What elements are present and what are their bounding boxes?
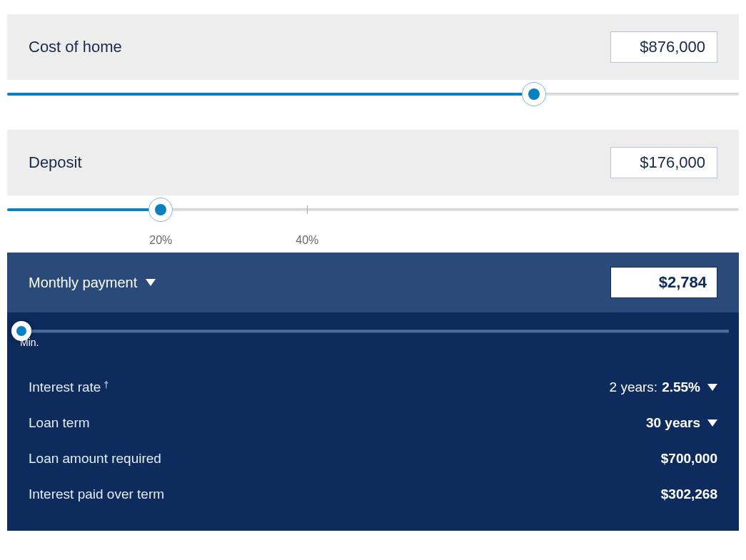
cost-of-home-panel: Cost of home $876,000 <box>7 14 739 80</box>
chevron-down-icon <box>146 279 156 286</box>
monthly-payment-dropdown[interactable]: Monthly payment <box>29 275 156 291</box>
slider-tick <box>307 205 308 214</box>
loan-term-dropdown[interactable]: 30 years <box>646 415 717 431</box>
cost-of-home-label: Cost of home <box>29 38 122 56</box>
loan-amount-label: Loan amount required <box>29 451 161 467</box>
interest-rate-row: Interest rate † 2 years: 2.55% <box>29 370 717 405</box>
slider-handle[interactable] <box>11 321 31 341</box>
interest-paid-value: $302,268 <box>661 487 717 502</box>
chevron-down-icon <box>707 384 717 391</box>
slider-handle[interactable] <box>148 198 173 222</box>
slider-track <box>7 208 739 211</box>
monthly-payment-label: Monthly payment <box>29 275 137 291</box>
slider-handle[interactable] <box>522 82 546 106</box>
loan-term-label: Loan term <box>29 415 90 431</box>
interest-rate-dropdown[interactable]: 2 years: 2.55% <box>610 380 717 395</box>
interest-rate-value: 2.55% <box>662 380 700 395</box>
slider-handle-dot <box>528 88 540 100</box>
interest-rate-label: Interest rate † <box>29 380 109 395</box>
tick-label-40: 40% <box>296 234 318 247</box>
interest-paid-label: Interest paid over term <box>29 487 164 502</box>
loan-term-row: Loan term 30 years <box>29 405 717 441</box>
slider-fill <box>7 93 534 96</box>
monthly-payment-slider[interactable]: Min. <box>7 312 739 355</box>
slider-track <box>17 330 729 332</box>
deposit-label: Deposit <box>29 153 82 172</box>
tick-label-20: 20% <box>149 234 172 247</box>
deposit-slider-labels: 20% 40% <box>7 224 739 253</box>
loan-amount-row: Loan amount required $700,000 <box>29 441 717 477</box>
interest-paid-row: Interest paid over term $302,268 <box>29 477 717 512</box>
loan-term-value: 30 years <box>646 415 700 431</box>
slider-min-label: Min. <box>17 332 729 348</box>
slider-track <box>7 93 739 96</box>
chevron-down-icon <box>707 419 717 427</box>
loan-details: Interest rate † 2 years: 2.55% Loan term… <box>7 355 739 531</box>
interest-rate-prefix: 2 years: <box>610 380 658 395</box>
cost-of-home-input[interactable]: $876,000 <box>610 31 717 63</box>
results-section: Monthly payment $2,784 Min. Interest rat… <box>7 253 739 531</box>
monthly-payment-panel: Monthly payment $2,784 <box>7 253 739 312</box>
loan-amount-value: $700,000 <box>661 451 717 467</box>
deposit-panel: Deposit $176,000 <box>7 130 739 195</box>
slider-fill <box>7 208 161 211</box>
deposit-slider[interactable] <box>7 195 739 224</box>
cost-of-home-slider[interactable] <box>7 80 739 108</box>
slider-handle-dot <box>155 204 166 215</box>
deposit-input[interactable]: $176,000 <box>610 147 717 178</box>
monthly-payment-input[interactable]: $2,784 <box>610 267 717 298</box>
dagger-icon: † <box>104 380 109 390</box>
